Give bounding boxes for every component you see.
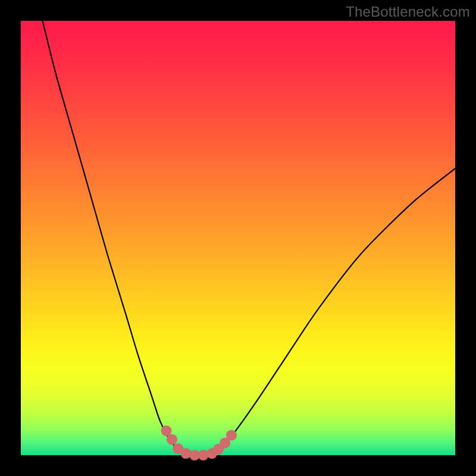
marker-dot (226, 430, 237, 440)
bottleneck-curve (43, 21, 456, 456)
watermark-text: TheBottleneck.com (346, 4, 470, 20)
chart-frame: TheBottleneck.com (0, 0, 476, 476)
chart-svg (21, 21, 455, 455)
marker-dot (167, 434, 177, 445)
marker-group (161, 425, 237, 461)
plot-area (21, 21, 455, 455)
